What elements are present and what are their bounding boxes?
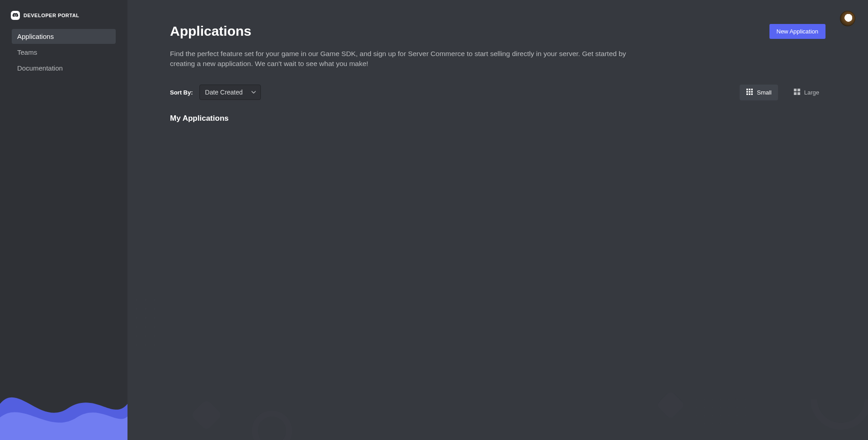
svg-point-21 <box>154 317 156 319</box>
svg-rect-61 <box>656 390 685 420</box>
svg-rect-2 <box>751 89 753 90</box>
svg-point-14 <box>145 299 146 301</box>
main-content: Applications New Application Find the pe… <box>127 0 868 440</box>
svg-point-58 <box>744 423 746 425</box>
my-applications-heading: My Applications <box>170 114 826 123</box>
user-avatar[interactable] <box>840 11 855 26</box>
svg-point-54 <box>712 423 713 425</box>
svg-point-51 <box>744 415 746 416</box>
svg-point-28 <box>136 344 137 346</box>
svg-rect-5 <box>751 91 753 93</box>
grid-large-icon <box>793 88 801 97</box>
svg-point-39 <box>703 407 705 408</box>
svg-point-45 <box>695 415 697 416</box>
svg-point-44 <box>744 407 746 408</box>
svg-point-23 <box>145 326 146 328</box>
svg-point-13 <box>136 299 137 301</box>
brand-text: DEVELOPER PORTAL <box>24 13 79 18</box>
svg-point-35 <box>728 398 730 400</box>
svg-point-49 <box>728 415 730 416</box>
svg-rect-10 <box>797 89 800 91</box>
page-header: Applications New Application <box>170 24 826 39</box>
svg-point-43 <box>736 407 738 408</box>
svg-point-26 <box>145 335 146 337</box>
svg-point-27 <box>154 335 156 337</box>
sidebar-item-label: Teams <box>17 48 37 56</box>
svg-rect-9 <box>794 89 797 91</box>
svg-point-53 <box>703 423 705 425</box>
svg-point-56 <box>728 423 730 425</box>
svg-rect-4 <box>749 91 750 93</box>
svg-point-30 <box>154 344 156 346</box>
sidebar-wave-decoration <box>0 368 127 440</box>
svg-point-40 <box>712 407 713 408</box>
svg-point-60 <box>255 414 289 440</box>
sort-select[interactable]: Date Created <box>199 85 261 100</box>
svg-point-29 <box>145 344 146 346</box>
svg-point-46 <box>703 415 705 416</box>
svg-point-57 <box>736 423 738 425</box>
chevron-down-icon <box>251 89 256 96</box>
sidebar-item-label: Applications <box>17 33 54 40</box>
svg-rect-1 <box>749 89 750 90</box>
svg-point-52 <box>695 423 697 425</box>
page-description: Find the perfect feature set for your ga… <box>170 49 649 69</box>
page-title: Applications <box>170 24 251 39</box>
svg-point-24 <box>154 326 156 328</box>
view-large-label: Large <box>804 89 819 96</box>
grid-small-icon <box>746 88 753 97</box>
svg-point-18 <box>154 308 156 310</box>
svg-point-33 <box>712 398 713 400</box>
discord-logo-icon <box>11 11 20 20</box>
svg-point-20 <box>145 317 146 319</box>
svg-point-50 <box>736 415 738 416</box>
svg-point-41 <box>720 407 722 408</box>
svg-point-48 <box>720 415 722 416</box>
svg-point-19 <box>136 317 137 319</box>
svg-point-47 <box>712 415 713 416</box>
svg-point-36 <box>736 398 738 400</box>
brand-block[interactable]: DEVELOPER PORTAL <box>0 0 127 29</box>
svg-point-22 <box>136 326 137 328</box>
svg-rect-59 <box>190 399 222 431</box>
svg-point-55 <box>720 423 722 425</box>
new-application-button[interactable]: New Application <box>769 24 826 39</box>
svg-point-42 <box>728 407 730 408</box>
sidebar-item-label: Documentation <box>17 64 63 72</box>
sort-label: Sort By: <box>170 89 193 96</box>
sidebar: DEVELOPER PORTAL Applications Teams Docu… <box>0 0 127 440</box>
view-large-button[interactable]: Large <box>787 85 826 100</box>
sort-selected-value: Date Created <box>205 89 243 96</box>
view-small-button[interactable]: Small <box>740 85 778 100</box>
svg-rect-0 <box>746 89 748 90</box>
svg-point-17 <box>145 308 146 310</box>
svg-rect-8 <box>751 93 753 95</box>
sort-control: Sort By: Date Created <box>170 85 261 100</box>
svg-point-25 <box>136 335 137 337</box>
sidebar-item-teams[interactable]: Teams <box>12 45 116 60</box>
svg-rect-12 <box>797 92 800 95</box>
svg-point-38 <box>695 407 697 408</box>
view-toggle: Small Large <box>740 85 826 100</box>
svg-rect-3 <box>746 91 748 93</box>
sidebar-item-documentation[interactable]: Documentation <box>12 61 116 76</box>
svg-rect-7 <box>749 93 750 95</box>
svg-point-34 <box>720 398 722 400</box>
svg-rect-6 <box>746 93 748 95</box>
svg-point-16 <box>136 308 137 310</box>
svg-point-15 <box>154 299 156 301</box>
list-controls: Sort By: Date Created Small <box>170 85 826 100</box>
svg-rect-11 <box>794 92 797 95</box>
svg-point-31 <box>695 398 697 400</box>
sidebar-nav: Applications Teams Documentation <box>0 29 127 76</box>
svg-point-32 <box>703 398 705 400</box>
view-small-label: Small <box>757 89 772 96</box>
background-decoration <box>127 282 868 440</box>
sidebar-item-applications[interactable]: Applications <box>12 29 116 44</box>
svg-point-37 <box>744 398 746 400</box>
